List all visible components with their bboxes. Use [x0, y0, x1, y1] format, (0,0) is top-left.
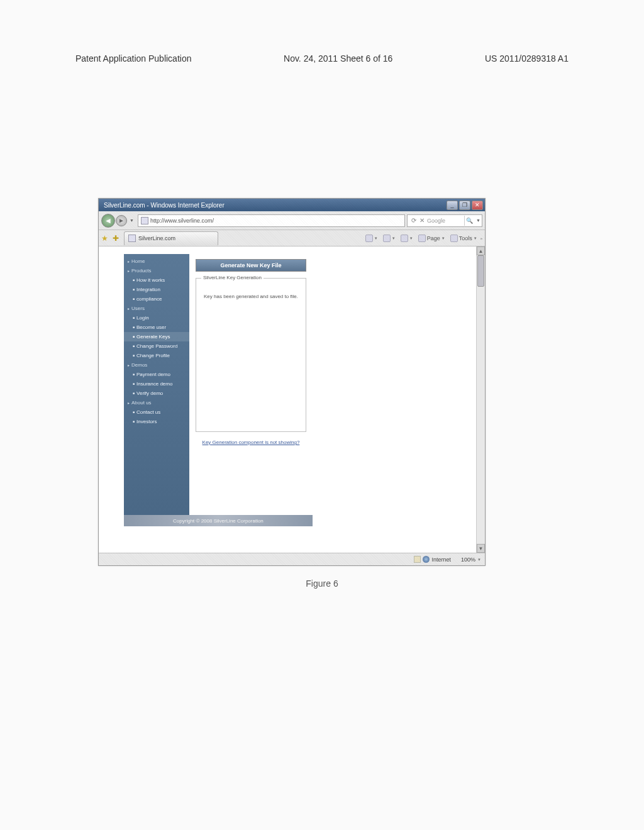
sidebar-group-home[interactable]: Home [124, 257, 189, 266]
scroll-up-button[interactable]: ▲ [477, 246, 485, 255]
home-icon [365, 235, 373, 242]
sidebar-group-products[interactable]: Products [124, 266, 189, 275]
search-dropdown-icon[interactable]: ▼ [476, 218, 480, 223]
page-footer: Copyright © 2008 SilverLine Corporation [124, 515, 313, 526]
tab-label: SilverLine.com [138, 235, 175, 241]
sidebar-nav: Home Products How it works Integration c… [124, 254, 189, 515]
feeds-button[interactable]: ▼ [381, 233, 397, 243]
help-link[interactable]: Key Generation component is not showing? [196, 440, 306, 445]
forward-button[interactable]: ► [116, 215, 127, 226]
page-body: Home Products How it works Integration c… [124, 254, 451, 526]
status-bar: Internet 100% ▼ [99, 553, 485, 565]
scroll-thumb[interactable] [477, 255, 484, 287]
home-button[interactable]: ▼ [364, 233, 380, 243]
page-menu-label: Page [427, 235, 440, 241]
sidebar-item-contact-us[interactable]: Contact us [124, 407, 189, 417]
url-text: http://www.silverline.com/ [150, 218, 214, 224]
maximize-button[interactable]: ❐ [459, 201, 470, 210]
add-favorites-icon[interactable]: ✚ [113, 234, 121, 243]
page-icon [418, 235, 426, 242]
vertical-scrollbar[interactable]: ▲ ▼ [476, 246, 485, 553]
nav-back-forward: ◄ ► ▼ [101, 214, 136, 228]
back-button[interactable]: ◄ [101, 214, 115, 228]
browser-window: SilverLine.com - Windows Internet Explor… [98, 198, 486, 566]
tab-site-icon [128, 235, 136, 242]
address-bar[interactable]: http://www.silverline.com/ [138, 214, 405, 227]
sidebar-item-login[interactable]: Login [124, 313, 189, 323]
header-left: Patent Application Publication [75, 53, 191, 64]
panel-header: Generate New Key File [196, 259, 306, 272]
chevron-right-icon[interactable]: » [480, 236, 482, 240]
nav-bar: ◄ ► ▼ http://www.silverline.com/ ⟳ ✕ Goo… [99, 211, 485, 230]
tools-menu-button[interactable]: Tools▼ [448, 233, 479, 243]
browser-tab[interactable]: SilverLine.com [124, 231, 218, 245]
sidebar-item-change-password[interactable]: Change Password [124, 341, 189, 351]
sidebar-item-change-profile[interactable]: Change Profile [124, 351, 189, 360]
sidebar-group-users[interactable]: Users [124, 304, 189, 313]
sidebar-item-how-it-works[interactable]: How it works [124, 275, 189, 285]
figure-caption: Figure 6 [0, 578, 644, 589]
sidebar-item-become-user[interactable]: Become user [124, 323, 189, 332]
status-message: Key has been generated and saved to file… [196, 279, 306, 299]
search-go-icon[interactable]: 🔍 [464, 216, 474, 226]
sidebar-group-demos[interactable]: Demos [124, 360, 189, 370]
nav-history-dropdown[interactable]: ▼ [128, 218, 136, 223]
fieldset-legend: SilverLine Key Generation [201, 275, 264, 280]
refresh-icon[interactable]: ⟳ [410, 217, 417, 224]
zoom-dropdown-icon: ▼ [477, 558, 481, 562]
sidebar-group-about[interactable]: About us [124, 398, 189, 407]
site-icon [141, 217, 148, 224]
print-button[interactable]: ▼ [399, 233, 415, 243]
minimize-button[interactable]: _ [447, 201, 458, 210]
sidebar-item-generate-keys[interactable]: Generate Keys [124, 332, 189, 341]
search-box[interactable]: ⟳ ✕ Google 🔍 ▼ [407, 214, 482, 227]
tools-icon [450, 235, 458, 242]
favorites-icon[interactable]: ★ [101, 234, 110, 243]
scroll-down-button[interactable]: ▼ [477, 544, 485, 553]
globe-icon [423, 556, 430, 563]
window-controls: _ ❐ ✕ [447, 201, 483, 210]
security-zone[interactable]: Internet [414, 556, 451, 563]
header-right: US 2011/0289318 A1 [485, 53, 569, 64]
main-panel: Generate New Key File SilverLine Key Gen… [189, 254, 313, 515]
close-button[interactable]: ✕ [472, 201, 483, 210]
sidebar-item-payment-demo[interactable]: Payment demo [124, 370, 189, 379]
stop-icon[interactable]: ✕ [418, 217, 425, 224]
tab-bar: ★ ✚ SilverLine.com ▼ ▼ ▼ Page▼ Tools▼ » [99, 230, 485, 246]
zoom-label: 100% [461, 556, 475, 563]
feeds-icon [383, 235, 391, 242]
patent-page-header: Patent Application Publication Nov. 24, … [75, 53, 569, 64]
content-area: ▲ ▼ Home Products How it works Integrati… [99, 246, 485, 553]
sidebar-item-verify-demo[interactable]: Verify demo [124, 389, 189, 398]
window-title: SilverLine.com - Windows Internet Explor… [104, 202, 225, 209]
tools-menu-label: Tools [459, 235, 472, 241]
zone-label: Internet [431, 556, 451, 563]
sidebar-item-compliance[interactable]: compliance [124, 294, 189, 304]
header-center: Nov. 24, 2011 Sheet 6 of 16 [284, 53, 392, 64]
print-icon [401, 235, 408, 242]
zoom-control[interactable]: 100% ▼ [461, 556, 481, 563]
sidebar-item-investors[interactable]: Investors [124, 417, 189, 426]
command-bar: ▼ ▼ ▼ Page▼ Tools▼ » [364, 233, 482, 243]
sidebar-item-insurance-demo[interactable]: Insurance demo [124, 379, 189, 389]
keygen-fieldset: SilverLine Key Generation Key has been g… [196, 278, 306, 432]
shield-icon [414, 556, 421, 563]
search-placeholder: Google [427, 218, 445, 224]
window-titlebar: SilverLine.com - Windows Internet Explor… [99, 199, 485, 211]
page-menu-button[interactable]: Page▼ [416, 233, 447, 243]
sidebar-item-integration[interactable]: Integration [124, 285, 189, 294]
